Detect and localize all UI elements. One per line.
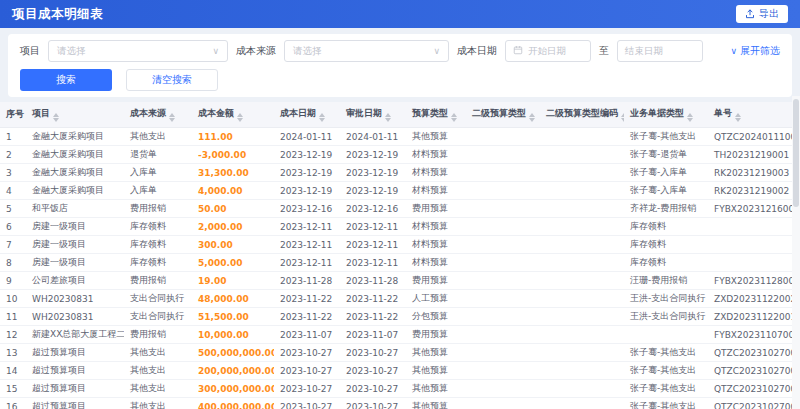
cell-cost_amount: 500,000,000.00 xyxy=(192,344,274,362)
cell-approval_date: 2023-12-19 xyxy=(340,182,406,200)
table-row[interactable]: 5和平饭店费用报销50.002023-12-162023-12-16费用预算齐祥… xyxy=(0,200,792,218)
cell-biz_doc_type: 张子骞-其他支出 xyxy=(624,344,708,362)
table-row[interactable]: 7房建一级项目库存领料300.002023-12-112023-12-11材料预… xyxy=(0,236,792,254)
cell-cost_amount: 200,000,000.00 xyxy=(192,362,274,380)
cell-cost_date: 2023-10-27 xyxy=(274,344,340,362)
cell-biz_doc_type: 王洪-支出合同执行 xyxy=(624,290,708,308)
sort-icon[interactable] xyxy=(319,113,325,122)
column-header-cost_date[interactable]: 成本日期 xyxy=(274,102,340,128)
cell-cost_amount: 50.00 xyxy=(192,200,274,218)
cell-cost_source: 其他支出 xyxy=(124,398,192,409)
clear-search-button[interactable]: 清空搜索 xyxy=(126,69,218,91)
sort-icon[interactable] xyxy=(237,113,243,122)
cell-approval_date: 2023-12-11 xyxy=(340,236,406,254)
column-header-budget_type2_code[interactable]: 二级预算类型编码 xyxy=(540,102,624,128)
table-header-row: 序号项目成本来源成本金额成本日期审批日期预算类型二级预算类型二级预算类型编码业务… xyxy=(0,102,792,128)
expand-filter-link[interactable]: ∨ 展开筛选 xyxy=(730,44,780,58)
column-header-cost_amount[interactable]: 成本金额 xyxy=(192,102,274,128)
cell-seq: 6 xyxy=(0,218,26,236)
cell-doc_no: RK20231219002 xyxy=(708,182,792,200)
table-row[interactable]: 11WH20230831支出合同执行51,500.002023-11-22202… xyxy=(0,308,792,326)
cell-project: 公司差旅项目 xyxy=(26,272,124,290)
cell-cost_date: 2023-12-19 xyxy=(274,182,340,200)
scrollbar-thumb[interactable] xyxy=(793,99,799,207)
table-row[interactable]: 2金融大厦采购项目退货单-3,000.002023-12-192023-12-1… xyxy=(0,146,792,164)
cost-source-select[interactable]: 请选择 ∨ xyxy=(284,40,449,62)
cell-seq: 7 xyxy=(0,236,26,254)
table-row[interactable]: 14超过预算项目其他支出200,000,000.002023-10-272023… xyxy=(0,362,792,380)
cell-budget_type2 xyxy=(466,164,540,182)
column-label: 序号 xyxy=(6,109,24,119)
column-header-biz_doc_type[interactable]: 业务单据类型 xyxy=(624,102,708,128)
cell-biz_doc_type: 王洪-支出合同执行 xyxy=(624,308,708,326)
sort-icon[interactable] xyxy=(385,113,391,122)
column-header-approval_date[interactable]: 审批日期 xyxy=(340,102,406,128)
cell-budget_type2 xyxy=(466,218,540,236)
cell-cost_amount: -3,000.00 xyxy=(192,146,274,164)
column-header-budget_type[interactable]: 预算类型 xyxy=(406,102,466,128)
cell-budget_type2_code xyxy=(540,380,624,398)
filter-row: 项目 请选择 ∨ 成本来源 请选择 ∨ 成本日期 开始日期 至 结束日期 ∨ 展… xyxy=(20,40,780,62)
cell-project: 金融大厦采购项目 xyxy=(26,164,124,182)
table-row[interactable]: 15超过预算项目其他支出300,000,000.002023-10-272023… xyxy=(0,380,792,398)
cell-cost_amount: 48,000.00 xyxy=(192,290,274,308)
table-row[interactable]: 13超过预算项目其他支出500,000,000.002023-10-272023… xyxy=(0,344,792,362)
cell-approval_date: 2023-11-07 xyxy=(340,326,406,344)
table-row[interactable]: 3金融大厦采购项目入库单31,300.002023-12-192023-12-1… xyxy=(0,164,792,182)
sort-icon[interactable] xyxy=(53,113,59,122)
cell-biz_doc_type: 张子骞-其他支出 xyxy=(624,128,708,146)
table-row[interactable]: 12新建XX总部大厦工程二期费用报销10,000.002023-11-07202… xyxy=(0,326,792,344)
column-header-doc_no[interactable]: 单号 xyxy=(708,102,792,128)
table-row[interactable]: 8房建一级项目库存领料5,000.002023-12-112023-12-11材… xyxy=(0,254,792,272)
sort-icon[interactable] xyxy=(169,113,175,122)
cell-cost_source: 费用报销 xyxy=(124,326,192,344)
sort-icon[interactable] xyxy=(451,113,457,122)
cell-cost_source: 费用报销 xyxy=(124,272,192,290)
cell-budget_type2 xyxy=(466,254,540,272)
export-label: 导出 xyxy=(759,7,779,21)
sort-icon[interactable] xyxy=(621,113,624,122)
date-range-separator: 至 xyxy=(599,44,609,58)
cell-seq: 13 xyxy=(0,344,26,362)
table-row[interactable]: 4金融大厦采购项目入库单4,000.002023-12-192023-12-19… xyxy=(0,182,792,200)
cell-project: 超过预算项目 xyxy=(26,398,124,409)
cell-budget_type2 xyxy=(466,236,540,254)
cell-cost_amount: 111.00 xyxy=(192,128,274,146)
cell-cost_date: 2023-10-27 xyxy=(274,398,340,409)
cell-approval_date: 2023-12-16 xyxy=(340,200,406,218)
column-header-cost_source[interactable]: 成本来源 xyxy=(124,102,192,128)
column-header-project[interactable]: 项目 xyxy=(26,102,124,128)
sort-icon[interactable] xyxy=(735,113,741,122)
cell-budget_type2 xyxy=(466,182,540,200)
project-filter-label: 项目 xyxy=(20,44,40,58)
filter-buttons: 搜索 清空搜索 xyxy=(20,69,780,91)
table-row[interactable]: 10WH20230831支出合同执行48,000.002023-11-22202… xyxy=(0,290,792,308)
table-row[interactable]: 6房建一级项目库存领料2,000.002023-12-112023-12-11材… xyxy=(0,218,792,236)
cell-approval_date: 2023-12-11 xyxy=(340,254,406,272)
cell-budget_type: 费用预算 xyxy=(406,326,466,344)
project-select[interactable]: 请选择 ∨ xyxy=(48,40,228,62)
table-row[interactable]: 16超过预算项目其他支出400,000,000.002023-10-272023… xyxy=(0,398,792,409)
cell-approval_date: 2023-12-19 xyxy=(340,146,406,164)
cell-cost_source: 库存领料 xyxy=(124,236,192,254)
cell-biz_doc_type: 张子骞-其他支出 xyxy=(624,380,708,398)
table-row[interactable]: 1金融大厦采购项目其他支出111.002024-01-112024-01-11其… xyxy=(0,128,792,146)
cell-cost_date: 2024-01-11 xyxy=(274,128,340,146)
sort-icon[interactable] xyxy=(529,113,535,122)
cell-approval_date: 2023-11-28 xyxy=(340,272,406,290)
search-button[interactable]: 搜索 xyxy=(20,69,112,91)
cell-doc_no: FYBX20231216001 xyxy=(708,200,792,218)
sort-icon[interactable] xyxy=(687,113,693,122)
export-button[interactable]: 导出 xyxy=(736,5,788,23)
cell-budget_type2_code xyxy=(540,326,624,344)
start-date-input[interactable]: 开始日期 xyxy=(505,40,591,62)
cell-seq: 15 xyxy=(0,380,26,398)
end-date-input[interactable]: 结束日期 xyxy=(617,40,703,62)
column-header-budget_type2[interactable]: 二级预算类型 xyxy=(466,102,540,128)
cell-approval_date: 2023-10-27 xyxy=(340,344,406,362)
cell-budget_type2_code xyxy=(540,398,624,409)
cell-cost_source: 入库单 xyxy=(124,182,192,200)
table-row[interactable]: 9公司差旅项目费用报销19.002023-11-282023-11-28费用预算… xyxy=(0,272,792,290)
cell-biz_doc_type: 库存领料 xyxy=(624,218,708,236)
cell-doc_no xyxy=(708,236,792,254)
